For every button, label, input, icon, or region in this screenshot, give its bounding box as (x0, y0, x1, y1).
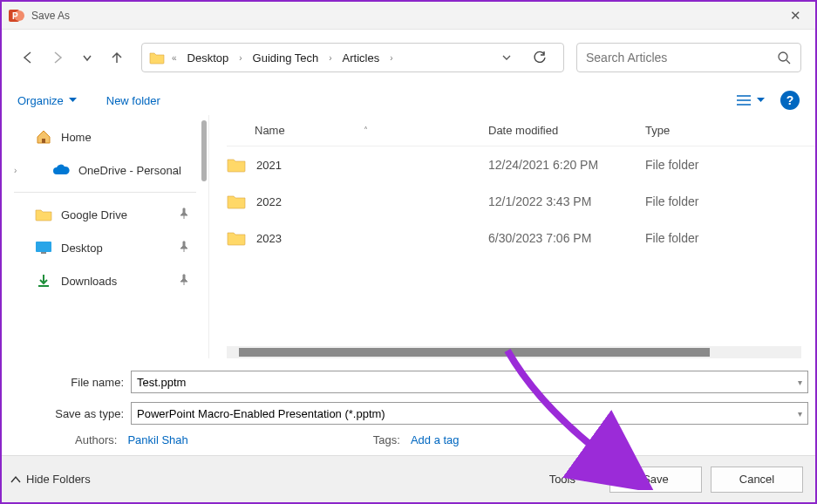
folder-icon (149, 50, 165, 65)
svg-point-3 (779, 52, 787, 61)
up-button[interactable] (105, 45, 129, 70)
chevron-right-icon: › (386, 53, 396, 63)
breadcrumb[interactable]: « Desktop › Guiding Tech › Articles › (141, 43, 564, 72)
file-name-field[interactable]: ▾ (131, 371, 808, 393)
sidebar-item-onedrive[interactable]: › OneDrive - Personal (2, 153, 208, 187)
list-view-icon (736, 94, 752, 106)
sort-indicator-icon: ˄ (364, 126, 368, 135)
tags-value[interactable]: Add a tag (411, 433, 460, 446)
sidebar: Home › OneDrive - Personal Google Drive … (2, 115, 209, 358)
file-pane: Name˄ Date modified Type 202112/24/2021 … (209, 115, 815, 358)
file-date: 12/1/2022 3:43 PM (488, 194, 645, 208)
tools-label: Tools (549, 473, 575, 486)
caret-down-icon (757, 98, 765, 103)
folder-icon (227, 230, 246, 246)
column-date-header[interactable]: Date modified (488, 124, 645, 137)
file-name: 2023 (256, 232, 282, 245)
folder-icon (227, 157, 246, 173)
tools-dropdown[interactable]: Tools (549, 473, 589, 486)
caret-down-icon (581, 477, 589, 482)
dropdown-icon[interactable]: ▾ (798, 409, 802, 419)
save-label: Save (643, 473, 669, 486)
sidebar-item-home[interactable]: Home (2, 120, 208, 153)
authors-label: Authors: (75, 433, 117, 446)
forward-button[interactable] (45, 45, 70, 70)
column-type-header[interactable]: Type (645, 124, 750, 137)
tags-label: Tags: (373, 433, 400, 446)
sidebar-item-google-drive[interactable]: Google Drive (2, 198, 208, 231)
desktop-icon (35, 239, 52, 256)
folder-icon (35, 206, 52, 223)
view-mode-dropdown[interactable] (736, 94, 765, 106)
sidebar-label: Home (61, 131, 208, 144)
sidebar-label: Desktop (61, 242, 170, 255)
file-date: 12/24/2021 6:20 PM (488, 158, 645, 172)
authors-value[interactable]: Pankil Shah (127, 433, 187, 446)
svg-rect-6 (41, 252, 46, 254)
breadcrumb-item[interactable]: Desktop (184, 49, 233, 67)
sidebar-scrollbar[interactable] (201, 120, 207, 181)
svg-rect-5 (36, 242, 51, 252)
sidebar-item-downloads[interactable]: Downloads (2, 264, 208, 297)
chevron-right-icon: › (235, 53, 245, 63)
file-type: File folder (645, 194, 750, 208)
help-button[interactable]: ? (780, 91, 800, 110)
file-type-label: Save as type: (9, 407, 131, 420)
file-type: File folder (645, 158, 750, 172)
svg-text:P: P (12, 11, 18, 21)
cancel-label: Cancel (739, 473, 774, 486)
sidebar-label: OneDrive - Personal (78, 164, 208, 177)
breadcrumb-item[interactable]: Articles (339, 49, 384, 67)
pin-icon (179, 241, 189, 255)
search-input[interactable] (586, 51, 776, 65)
home-icon (35, 128, 52, 146)
file-name-label: File name: (9, 376, 131, 389)
refresh-button[interactable] (527, 44, 553, 71)
file-type-select[interactable] (137, 407, 798, 420)
sidebar-label: Downloads (61, 275, 170, 288)
search-input-container[interactable] (576, 43, 801, 72)
sidebar-divider (14, 192, 196, 193)
pin-icon (179, 274, 189, 289)
file-date: 6/30/2023 7:06 PM (488, 231, 645, 245)
organize-dropdown[interactable]: Organize (17, 94, 77, 107)
expand-icon[interactable]: › (14, 166, 24, 175)
breadcrumb-dropdown-icon[interactable] (499, 50, 514, 65)
save-button[interactable]: Save (609, 467, 702, 493)
caret-down-icon (69, 98, 77, 103)
svg-rect-4 (42, 139, 45, 143)
cancel-button[interactable]: Cancel (711, 467, 803, 493)
file-row[interactable]: 20236/30/2023 7:06 PMFile folder (227, 220, 815, 256)
sidebar-item-desktop[interactable]: Desktop (2, 231, 208, 264)
file-name: 2021 (256, 159, 282, 172)
horizontal-scrollbar[interactable] (227, 346, 801, 358)
back-button[interactable] (16, 45, 40, 70)
recent-dropdown[interactable] (75, 45, 99, 70)
pin-icon (179, 208, 189, 222)
onedrive-icon (52, 161, 70, 179)
search-icon[interactable] (776, 51, 792, 65)
powerpoint-icon: P (9, 8, 24, 24)
new-folder-button[interactable]: New folder (106, 94, 160, 107)
chevron-right-icon: › (325, 53, 335, 63)
file-row[interactable]: 202112/24/2021 6:20 PMFile folder (227, 146, 815, 183)
download-icon (35, 272, 52, 289)
file-name-input[interactable] (137, 376, 798, 389)
file-row[interactable]: 202212/1/2022 3:43 PMFile folder (227, 183, 815, 220)
breadcrumb-item[interactable]: Guiding Tech (249, 49, 323, 67)
overflow-chevron-icon[interactable]: « (168, 53, 180, 63)
dropdown-icon[interactable]: ▾ (798, 378, 802, 387)
column-name-header[interactable]: Name (255, 124, 285, 137)
folder-icon (227, 194, 246, 209)
window-title: Save As (31, 10, 775, 22)
chevron-up-icon (10, 475, 21, 484)
organize-label: Organize (17, 94, 64, 107)
file-type-field[interactable]: ▾ (131, 402, 808, 425)
hide-folders-label: Hide Folders (26, 473, 91, 486)
hide-folders-toggle[interactable]: Hide Folders (10, 473, 91, 486)
close-button[interactable]: ✕ (775, 2, 815, 30)
file-name: 2022 (256, 195, 282, 208)
file-type: File folder (645, 231, 750, 245)
sidebar-label: Google Drive (61, 208, 170, 221)
column-headers[interactable]: Name˄ Date modified Type (227, 115, 815, 146)
